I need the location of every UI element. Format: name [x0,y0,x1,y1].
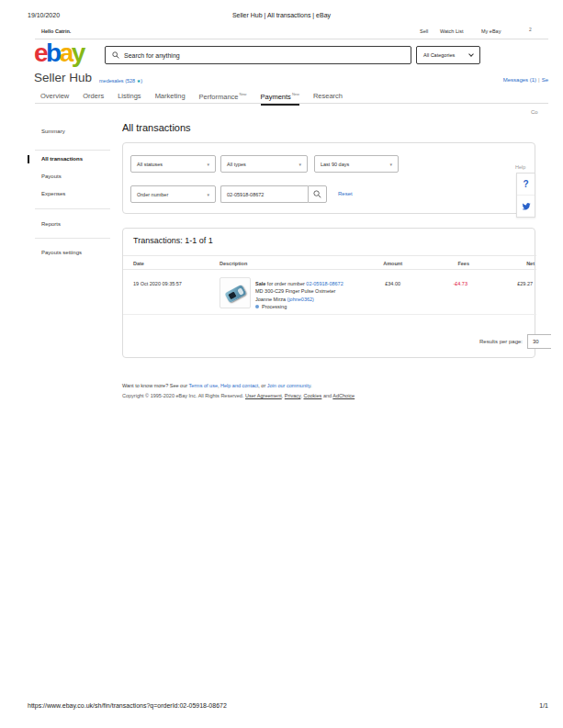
terms-of-use-link[interactable]: Terms of use [188,383,217,388]
date-range-value: Last 90 days [321,162,349,167]
messages-area: Messages (1)|Se [503,77,548,83]
reset-link[interactable]: Reset [338,191,353,196]
help-button[interactable]: ? [517,174,535,196]
table-header-row: Date Description Amount Fees Net [123,255,536,270]
new-badge: New [240,92,247,96]
print-page-indicator: 1/1 [539,702,548,709]
row-divider [123,314,536,315]
results-per-page-select[interactable]: 30 [527,334,551,349]
username-text[interactable]: medesales (528 [99,78,137,84]
transaction-amount: £34.00 [385,281,400,286]
chevron-down-icon [468,51,474,57]
search-by-dropdown[interactable]: Order number ▾ [130,185,216,203]
type-filter-dropdown[interactable]: All types ▾ [220,155,308,173]
status-filter-dropdown[interactable]: All statuses ▾ [130,155,216,173]
column-header-description: Description [220,261,247,266]
chevron-down-icon: ▾ [389,162,392,167]
column-header-net: Net [526,261,535,266]
buyer-username-link[interactable]: (johne0362) [287,297,314,302]
column-header-date: Date [133,261,144,266]
sidebar-item-reports[interactable]: Reports [41,221,115,227]
greeting-text: Hello Catrin. [41,28,71,34]
buyer-name: Joanne Mirza [255,297,287,302]
transaction-description: Sale for order number 02-05918-08672 MD … [255,280,343,311]
item-thumbnail[interactable] [220,277,251,308]
transactions-count-title: Transactions: 1-1 of 1 [133,236,213,245]
footer-line-1: Want to know more? See our Terms of use,… [122,381,535,391]
oximeter-clip [237,287,244,296]
footer-line-2: Copyright © 1995-2020 eBay Inc. All Righ… [122,391,535,401]
sidebar-divider [35,150,110,151]
footer-text: Want to know more? See our [122,383,188,388]
printed-page: 19/10/2020 Seller Hub | All transactions… [0,0,563,728]
description-text: for order number [265,281,306,286]
logo-letter-e: e [34,39,46,67]
transaction-fees: -£4.73 [453,281,467,286]
active-item-indicator [28,155,29,163]
messages-link[interactable]: Messages (1) [503,77,536,83]
sidebar-item-all-transactions[interactable]: All transactions [41,156,115,162]
chevron-down-icon: ▾ [207,192,209,197]
help-widget: ? [516,173,535,218]
print-document-title: Seller Hub | All transactions | eBay [0,12,563,18]
help-and-contact-link[interactable]: Help and contact [220,383,258,388]
chevron-down-icon: ▾ [298,162,301,167]
truncated-link[interactable]: Se [542,77,548,83]
page-title: Seller Hub [34,71,92,84]
watch-list-link[interactable]: Watch List [440,28,463,34]
privacy-link[interactable]: Privacy [285,393,301,398]
logo-letter-y: y [72,39,84,67]
new-badge: New [292,92,299,96]
transaction-date: 19 Oct 2020 09:35:57 [133,281,182,286]
status-badge: Processing [262,303,287,310]
search-icon [313,190,321,198]
order-number-input[interactable]: 02-05918-08672 [220,185,308,203]
user-agreement-link[interactable]: User Agreement [245,393,282,398]
seller-username-link[interactable]: medesales (528 ★) [99,78,142,84]
processing-status-dot [255,305,259,308]
category-dropdown-value: All Categories [423,52,455,58]
type-filter-value: All types [227,162,246,167]
footer-sep: , or [258,383,266,388]
filter-search-button[interactable] [308,185,327,203]
notification-superscript: 2 [529,27,532,32]
sidebar-item-summary[interactable]: Summary [41,129,115,134]
category-dropdown[interactable]: All Categories [416,46,480,64]
topbar-divider [35,39,548,39]
adchoice-link[interactable]: AdChoice [332,393,355,398]
tab-performance-label: Performance [199,93,239,101]
sidebar-item-payouts-settings[interactable]: Payouts settings [41,250,115,255]
order-number-value: 02-05918-08672 [227,192,264,197]
cookies-link[interactable]: Cookies [304,393,322,398]
search-input[interactable]: Search for anything [105,46,411,64]
pulse-oximeter-image [224,285,246,303]
my-ebay-link[interactable]: My eBay [481,28,501,34]
logo-letter-a: a [60,39,72,67]
order-number-link[interactable]: 02-05918-08672 [306,281,343,286]
sidebar-item-payouts[interactable]: Payouts [41,174,115,179]
oximeter-screen [228,292,236,300]
sidebar-divider [35,238,110,239]
help-widget-label: Help [515,164,525,170]
footer-sep: and [321,393,332,398]
footer-sep: . [310,383,312,388]
logo-letter-b: b [46,39,60,67]
status-line: Processing [255,303,343,310]
twitter-button[interactable] [517,196,535,218]
description-line-1: Sale for order number 02-05918-08672 [255,280,343,287]
join-community-link[interactable]: Join our community [267,383,310,388]
section-heading: All transactions [122,122,191,133]
truncated-contact-link[interactable]: Co [531,109,538,115]
search-by-value: Order number [137,192,168,197]
date-range-dropdown[interactable]: Last 90 days ▾ [314,155,399,173]
chevron-down-icon: ▾ [207,162,209,167]
ebay-logo[interactable]: ebay [34,40,84,66]
transaction-type: Sale [255,281,265,286]
link-separator: | [538,77,540,83]
transactions-card: Transactions: 1-1 of 1 Date Description … [122,228,535,358]
sidebar-item-expenses[interactable]: Expenses [41,191,115,196]
status-filter-value: All statuses [137,162,163,167]
search-icon [112,51,119,59]
buyer-line: Joanne Mirza (johne0362) [255,296,343,303]
sell-link[interactable]: Sell [420,28,428,34]
